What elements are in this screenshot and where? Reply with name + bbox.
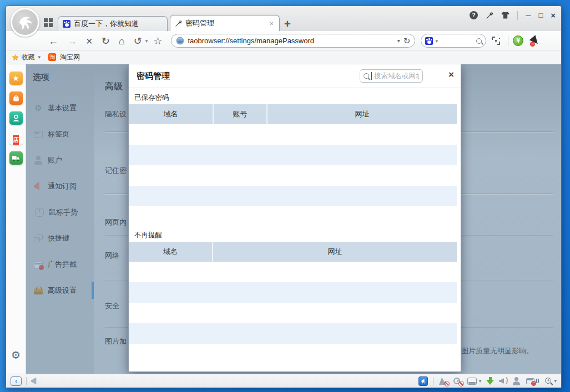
new-tab-button[interactable]: +: [284, 19, 291, 29]
column-header-domain[interactable]: 域名: [129, 104, 214, 124]
tab-password-manager[interactable]: 密码管理 ×: [170, 15, 280, 31]
column-header-domain[interactable]: 域名: [129, 242, 213, 262]
table-row: [129, 344, 457, 364]
url-text[interactable]: taobrowser://settings/managePassword: [188, 37, 394, 45]
browser-logo[interactable]: [11, 8, 39, 37]
sidebar-item-mouse-gestures[interactable]: 鼠标手势: [26, 199, 94, 225]
settings-page: 选项 ⚙ 基本设置 标签页 账户 通知订阅: [26, 64, 561, 374]
stop-button[interactable]: ×: [83, 34, 96, 48]
help-button[interactable]: ?: [470, 11, 478, 19]
nav-label: 通知订阅: [48, 181, 77, 191]
undo-closed-tab-button[interactable]: ↺: [130, 34, 145, 48]
favorites-menu[interactable]: 收藏: [21, 53, 34, 62]
taobao-favicon: 淘: [48, 53, 56, 61]
column-header-url[interactable]: 网址: [213, 242, 457, 262]
statusbar-panel-button[interactable]: [467, 378, 477, 385]
sidebar-item-notifications[interactable]: 通知订阅: [26, 173, 94, 199]
forward-button[interactable]: →: [64, 34, 80, 48]
rail-shop-button[interactable]: 店: [9, 131, 23, 145]
sidebar-item-account[interactable]: 账户: [26, 147, 94, 173]
table-row: [129, 124, 457, 145]
favorites-dropdown-icon[interactable]: ▾: [38, 54, 41, 60]
mouse-icon: [35, 208, 44, 217]
address-dropdown-icon[interactable]: ▾: [397, 38, 400, 44]
popup-blocker[interactable]: 0: [526, 378, 539, 384]
shopping-bag-icon: [12, 94, 20, 102]
truck-icon: [12, 155, 20, 162]
nav-label: 标签页: [48, 129, 69, 139]
text-caret: [371, 72, 372, 80]
minimize-button[interactable]: ─: [526, 11, 531, 19]
no-trace-mode-button[interactable]: [438, 377, 448, 385]
tab-baidu[interactable]: 百度一下，你就知道: [58, 16, 168, 31]
gear-icon: ⚙: [34, 104, 43, 113]
search-input[interactable]: [440, 37, 474, 45]
search-box[interactable]: ▾: [421, 34, 486, 48]
search-engine-icon[interactable]: [425, 37, 433, 45]
close-window-button[interactable]: ×: [551, 11, 556, 20]
caption-separator: [517, 11, 518, 20]
search-icon[interactable]: [476, 38, 482, 44]
column-header-account[interactable]: 账号: [214, 104, 268, 124]
dialog-search-box[interactable]: 搜索域名或网址: [360, 69, 423, 83]
table-row: [129, 186, 457, 206]
nav-label: 高级设置: [48, 286, 77, 296]
zoom-dropdown-icon[interactable]: ▾: [554, 378, 557, 384]
address-bar[interactable]: taobrowser://settings/managePassword ▾ ↻: [171, 34, 415, 48]
screenshot-button[interactable]: [492, 37, 500, 45]
rail-contacts-button[interactable]: [9, 111, 23, 125]
collapse-sidebar-button[interactable]: ‹: [11, 376, 22, 386]
adblock-cursor-button[interactable]: [530, 36, 540, 46]
rail-shopping-bag-button[interactable]: [9, 91, 23, 105]
statusbar-right-group: ▾ 0 ▾: [418, 376, 557, 386]
undo-dropdown-icon[interactable]: ▾: [145, 38, 148, 44]
rail-logistics-button[interactable]: [9, 151, 23, 165]
sidebar-item-adblock[interactable]: 广告拦截: [26, 251, 94, 277]
address-refresh-icon[interactable]: ↻: [403, 36, 411, 46]
search-icon: [364, 73, 369, 79]
back-button[interactable]: ←: [45, 34, 62, 48]
tab-close-icon[interactable]: ×: [268, 19, 275, 28]
nav-label: 鼠标手势: [49, 207, 78, 217]
page-zoom-button[interactable]: [544, 377, 552, 385]
contacts-status-icon[interactable]: [513, 377, 521, 385]
favorite-star-button[interactable]: ☆: [150, 34, 165, 48]
shop-char: 店: [13, 135, 19, 145]
bookmarks-bar: ★ 收藏 ▾ 淘 淘宝网: [6, 50, 561, 64]
caption-buttons: ? ─ □ ×: [470, 11, 556, 20]
statusbar-separator: [433, 377, 433, 385]
wrench-menu-button[interactable]: [486, 12, 493, 19]
rail-settings-gear[interactable]: ⚙: [11, 349, 21, 362]
announcement-icon[interactable]: [31, 378, 39, 385]
coupon-yuan-button[interactable]: ¥: [513, 35, 523, 46]
skin-shirt-button[interactable]: [501, 12, 510, 19]
sidebar-item-advanced-settings[interactable]: 高级设置: [26, 277, 94, 303]
section-label-privacy: 隐私设: [105, 109, 127, 119]
sidebar-item-shortcuts[interactable]: 快捷键: [26, 225, 94, 251]
sidebar-item-tabs[interactable]: 标签页: [26, 121, 94, 147]
navigation-toolbar: ← → × ↻ ⌂ ↺ ▾ ☆ taobrowser://settings/ma…: [6, 31, 561, 50]
home-button[interactable]: ⌂: [115, 34, 128, 48]
taobao-mode-button[interactable]: [418, 376, 428, 386]
section-label-network: 网络: [105, 251, 119, 261]
wrench-icon: [175, 20, 182, 27]
table-row: [129, 145, 457, 165]
sidebar-item-basic-settings[interactable]: ⚙ 基本设置: [26, 95, 94, 121]
search-engine-dropdown-icon[interactable]: ▾: [435, 38, 438, 44]
speed-mode-button[interactable]: [453, 377, 462, 385]
tab-overview-icon[interactable]: [44, 18, 53, 27]
dialog-close-icon[interactable]: ×: [448, 69, 454, 80]
nav-label: 广告拦截: [48, 259, 77, 269]
settings-nav: 选项 ⚙ 基本设置 标签页 账户 通知订阅: [26, 64, 94, 374]
volume-icon[interactable]: [499, 377, 508, 385]
bookmark-taobao[interactable]: 淘宝网: [60, 53, 80, 62]
toolbar-separator: [508, 36, 508, 46]
maximize-button[interactable]: □: [538, 11, 543, 19]
column-header-url[interactable]: 网址: [268, 104, 457, 124]
refresh-button[interactable]: ↻: [98, 34, 113, 48]
rail-favorites-button[interactable]: ★: [9, 72, 23, 85]
globe-icon: [176, 37, 184, 45]
panel-dropdown-icon[interactable]: ▾: [479, 378, 482, 384]
dialog-title: 密码管理: [137, 71, 170, 82]
download-manager-button[interactable]: [486, 377, 494, 385]
